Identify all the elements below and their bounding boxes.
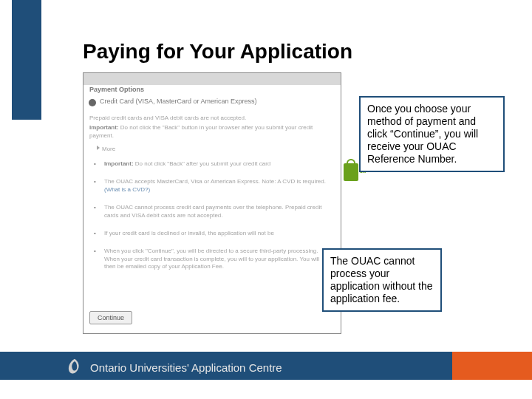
credit-card-radio-label: Credit Card (VISA, MasterCard or America… [100, 98, 257, 105]
footer-brand-text: Ontario Universities' Application Centre [90, 361, 282, 374]
list-item: The OUAC accepts MasterCard, Visa or Ame… [91, 178, 331, 194]
list-item: If your credit card is declined or inval… [91, 230, 331, 237]
continue-button[interactable]: Continue [89, 311, 132, 324]
list-item: Important: Do not click "Back" after you… [91, 160, 331, 168]
page-title: Paying for Your Application [83, 40, 352, 64]
note-important-line2: payment. [89, 132, 114, 139]
panel-header-text: Payment Options [89, 86, 144, 93]
payment-options-panel: Payment Options Credit Card (VISA, Maste… [83, 72, 341, 334]
decor-stripe [12, 0, 41, 120]
ouac-logo: Ontario Universities' Application Centre [65, 358, 282, 377]
list-item: When you click "Continue", you will be d… [91, 248, 331, 270]
list-item: The OUAC cannot process credit card paym… [91, 204, 331, 219]
footer-accent [452, 352, 532, 380]
secure-seal: bestr [344, 163, 358, 181]
more-toggle[interactable]: More [97, 146, 115, 152]
swirl-icon [65, 358, 84, 377]
lock-icon [344, 163, 358, 181]
what-is-cvd-link[interactable]: (What is a CVD?) [104, 186, 150, 193]
note-prepaid: Prepaid credit cards and VISA debit card… [89, 115, 246, 121]
panel-header-bar [83, 73, 341, 85]
callout-reference-number: Once you choose your method of payment a… [359, 96, 505, 172]
credit-card-radio[interactable] [89, 100, 95, 106]
callout-fee-required: The OUAC cannot process your application… [322, 248, 442, 312]
note-important-line1: Important: Do not click the "Back" butto… [89, 124, 313, 131]
info-bullet-list: Important: Do not click "Back" after you… [91, 160, 331, 282]
triangle-right-icon [97, 146, 100, 150]
